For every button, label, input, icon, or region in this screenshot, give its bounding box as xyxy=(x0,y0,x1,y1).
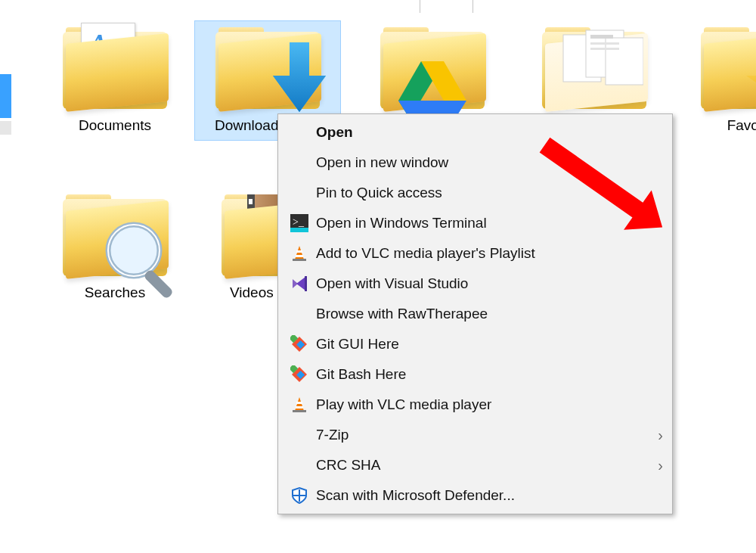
menu-item-label: Play with VLC media player xyxy=(311,396,663,413)
menu-item-crc-sha[interactable]: CRC SHA› xyxy=(280,450,671,480)
svg-rect-33 xyxy=(296,406,303,409)
svg-rect-24 xyxy=(305,276,307,291)
vlc-icon xyxy=(287,244,311,263)
svg-rect-9 xyxy=(590,42,619,45)
folder-item-documents[interactable]: A Documents xyxy=(48,27,181,134)
star-icon xyxy=(746,53,756,115)
svg-rect-8 xyxy=(590,35,613,39)
svg-rect-10 xyxy=(590,48,619,50)
menu-item-vlc-play[interactable]: Play with VLC media player xyxy=(280,390,671,420)
magnifier-icon xyxy=(104,220,185,302)
svg-rect-21 xyxy=(293,259,306,261)
left-edge-strip xyxy=(0,74,11,118)
vlc-icon xyxy=(287,396,311,414)
menu-item-label: Scan with Microsoft Defender... xyxy=(311,487,663,504)
menu-item-label: Open with Visual Studio xyxy=(311,275,663,292)
menu-item-label: Git Bash Here xyxy=(311,366,663,383)
svg-marker-11 xyxy=(746,53,756,113)
ribbon-divider xyxy=(472,0,473,13)
svg-marker-23 xyxy=(296,277,305,290)
folder-item-googledrive[interactable] xyxy=(366,27,499,114)
left-edge-strip xyxy=(0,121,11,135)
svg-rect-14 xyxy=(143,269,174,300)
menu-item-git-gui[interactable]: Git GUI Here xyxy=(280,329,671,359)
google-drive-icon xyxy=(398,61,466,119)
folder-label: Favourit xyxy=(686,117,756,134)
svg-rect-34 xyxy=(293,410,306,412)
svg-rect-7 xyxy=(606,38,643,85)
papers-icon xyxy=(560,27,643,86)
menu-item-visual-studio[interactable]: Open with Visual Studio xyxy=(280,269,671,299)
menu-item-label: Git GUI Here xyxy=(311,336,663,353)
folder-label: Documents xyxy=(48,117,181,134)
menu-item-label: Browse with RawTherapee xyxy=(311,306,663,322)
svg-rect-17 xyxy=(290,228,308,232)
folder-item-searches[interactable]: Searches xyxy=(48,194,181,301)
svg-rect-20 xyxy=(296,255,303,257)
menu-item-label: 7-Zip xyxy=(311,427,658,443)
svg-rect-32 xyxy=(296,402,302,404)
terminal-icon: >_ xyxy=(287,214,311,232)
menu-item-label: CRC SHA xyxy=(311,457,658,474)
svg-marker-1 xyxy=(273,42,326,112)
svg-text:>_: >_ xyxy=(293,216,305,228)
defender-icon xyxy=(287,486,311,505)
ribbon-divider xyxy=(420,0,420,13)
menu-item-vlc-playlist[interactable]: Add to VLC media player's Playlist xyxy=(280,238,671,269)
menu-item-rawtherapee[interactable]: Browse with RawTherapee xyxy=(280,299,671,329)
svg-rect-36 xyxy=(293,495,305,496)
menu-item-git-bash[interactable]: Git Bash Here xyxy=(280,359,671,390)
chevron-right-icon: › xyxy=(658,457,663,474)
git-icon xyxy=(287,335,311,353)
svg-rect-19 xyxy=(296,250,302,253)
folder-item-favourites[interactable]: Favourit xyxy=(686,27,756,134)
download-arrow-icon xyxy=(268,42,330,115)
folder-item-dropbox[interactable] xyxy=(528,27,661,114)
explorer-viewport: A Documents Downloads xyxy=(0,0,756,553)
git-icon xyxy=(287,365,311,384)
menu-item-7zip[interactable]: 7-Zip› xyxy=(280,420,671,450)
menu-item-defender[interactable]: Scan with Microsoft Defender... xyxy=(280,480,671,511)
chevron-right-icon: › xyxy=(658,427,663,444)
menu-item-label: Add to VLC media player's Playlist xyxy=(311,245,663,262)
vs-icon xyxy=(287,275,311,293)
